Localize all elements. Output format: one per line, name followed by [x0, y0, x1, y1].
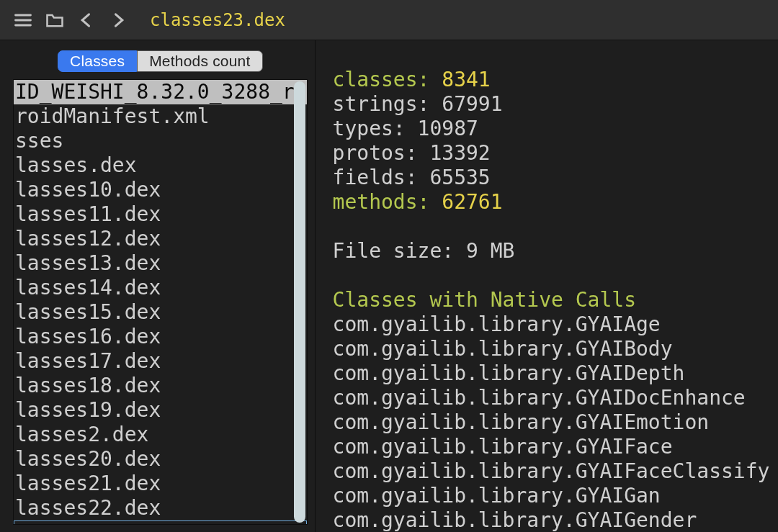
tree-item[interactable]: lasses23.dex	[14, 520, 307, 525]
breadcrumb: classes23.dex	[150, 10, 285, 30]
tree-item[interactable]: ID_WEISHI_8.32.0_3288_r0	[14, 80, 307, 104]
segmented-control: Classes Methods count	[13, 46, 308, 79]
tree-item[interactable]: lasses2.dex	[14, 423, 307, 447]
native-class: com.gyailib.library.GYAIFace	[333, 435, 770, 459]
content-pane: classes: 8341 strings: 67991 types: 1098…	[315, 40, 778, 532]
stat-fields: fields: 65535	[333, 166, 770, 190]
main: Classes Methods count ID_WEISHI_8.32.0_3…	[0, 40, 778, 532]
tree-item[interactable]: lasses21.dex	[14, 472, 307, 496]
scrollbar[interactable]	[294, 81, 305, 523]
tree-item[interactable]: lasses17.dex	[14, 349, 307, 374]
tree-item[interactable]: lasses16.dex	[14, 325, 307, 349]
native-calls-heading: Classes with Native Calls	[333, 288, 770, 312]
native-class: com.gyailib.library.GYAIBody	[333, 337, 770, 361]
tab-classes[interactable]: Classes	[58, 50, 137, 72]
stat-classes: classes: 8341	[333, 68, 770, 92]
native-class: com.gyailib.library.GYAIEmotion	[333, 410, 770, 435]
stat-strings: strings: 67991	[333, 92, 770, 117]
tree-item[interactable]: lasses12.dex	[14, 227, 307, 251]
stat-methods: methods: 62761	[333, 190, 770, 215]
tree-item[interactable]: lasses19.dex	[14, 398, 307, 423]
folder-icon[interactable]	[39, 6, 71, 35]
native-class: com.gyailib.library.GYAIAge	[333, 312, 770, 337]
native-class: com.gyailib.library.GYAIDepth	[333, 361, 770, 386]
tree-item[interactable]: lasses22.dex	[14, 496, 307, 520]
native-class: com.gyailib.library.GYAIGender	[333, 508, 770, 532]
tree-item[interactable]: roidManifest.xml	[14, 104, 307, 129]
stat-protos: protos: 13392	[333, 141, 770, 166]
tree-container: ID_WEISHI_8.32.0_3288_r0roidManifest.xml…	[13, 79, 308, 525]
tree-item[interactable]: lasses20.dex	[14, 447, 307, 472]
tree-item[interactable]: lasses18.dex	[14, 374, 307, 398]
left-pane: Classes Methods count ID_WEISHI_8.32.0_3…	[0, 40, 315, 532]
toolbar: classes23.dex	[0, 0, 778, 40]
file-size: File size: 9 MB	[333, 239, 770, 263]
menu-icon[interactable]	[7, 6, 39, 35]
tree-item[interactable]: sses	[14, 129, 307, 153]
tab-methods-count[interactable]: Methods count	[137, 50, 262, 72]
tree-item[interactable]: lasses10.dex	[14, 178, 307, 202]
tree-item[interactable]: lasses13.dex	[14, 251, 307, 276]
native-class: com.gyailib.library.GYAIFaceClassify	[333, 459, 770, 484]
tree-item[interactable]: lasses.dex	[14, 153, 307, 178]
tree-item[interactable]: lasses11.dex	[14, 202, 307, 227]
native-class: com.gyailib.library.GYAIGan	[333, 484, 770, 508]
stat-types: types: 10987	[333, 117, 770, 141]
native-class: com.gyailib.library.GYAIDocEnhance	[333, 386, 770, 410]
tree-item[interactable]: lasses15.dex	[14, 300, 307, 325]
tree-item[interactable]: lasses14.dex	[14, 276, 307, 300]
back-icon[interactable]	[71, 6, 102, 35]
forward-icon[interactable]	[102, 6, 134, 35]
